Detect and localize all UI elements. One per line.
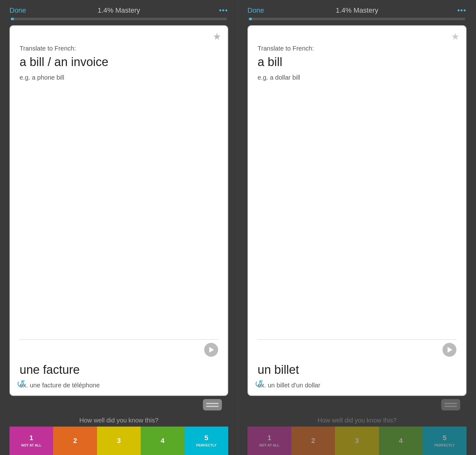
swipe-line-4 <box>444 406 457 407</box>
divider-1 <box>20 339 218 340</box>
translate-label-2: Translate to French: <box>258 45 456 52</box>
rating-2-number-2: 2 <box>311 437 315 445</box>
main-word-2: a bill <box>258 55 456 69</box>
rating-3-number-1: 3 <box>117 437 121 445</box>
rating-bar-2: 1 NOT AT ALL 2 3 4 5 PERFECTLY <box>247 427 467 455</box>
how-well-text-1: How well did you know this? <box>79 414 158 427</box>
progress-bar-bg-2 <box>249 18 465 20</box>
example-french-2: ex. un billet d'un dollar <box>258 382 456 389</box>
play-button-1[interactable] <box>204 343 218 357</box>
how-well-text-2: How well did you know this? <box>317 414 396 427</box>
swipe-line-1 <box>206 403 219 404</box>
mastery-title-2: 1.4% Mastery <box>270 6 444 15</box>
rating-5-button-2[interactable]: 5 PERFECTLY <box>423 427 467 455</box>
done-button-2[interactable]: Done <box>247 6 270 15</box>
rating-4-number-2: 4 <box>399 437 403 445</box>
screens-container: Done 1.4% Mastery ••• ★ Translate to Fre… <box>0 0 476 455</box>
rating-5-label-2: PERFECTLY <box>434 443 455 447</box>
progress-bar-fill-1 <box>11 18 14 20</box>
play-icon-1 <box>209 347 214 353</box>
bottom-area-2: How well did you know this? 1 NOT AT ALL… <box>247 399 467 455</box>
example-english-2: e.g. a dollar bill <box>258 74 456 81</box>
swipe-handle-1[interactable] <box>203 399 222 410</box>
rating-3-button-1[interactable]: 3 <box>97 427 141 455</box>
french-word-2: un billet <box>258 363 456 377</box>
rating-1-number-2: 1 <box>267 434 271 442</box>
rating-1-button-1[interactable]: 1 NOT AT ALL <box>9 427 53 455</box>
star-icon-2[interactable]: ★ <box>451 31 460 42</box>
more-button-2[interactable]: ••• <box>444 6 467 15</box>
rating-4-button-2[interactable]: 4 <box>379 427 423 455</box>
rating-4-button-1[interactable]: 4 <box>141 427 184 455</box>
progress-bar-2 <box>247 18 467 20</box>
swipe-line-2 <box>206 406 219 407</box>
rating-4-number-1: 4 <box>161 437 164 445</box>
progress-bar-1 <box>9 18 228 20</box>
rating-1-label-2: NOT AT ALL <box>259 443 279 447</box>
french-word-1: une facture <box>20 363 218 377</box>
mastery-title-1: 1.4% Mastery <box>32 6 206 15</box>
rating-bar-1: 1 NOT AT ALL 2 3 4 5 PERFECTLY <box>9 427 228 455</box>
rating-2-button-2[interactable]: 2 <box>291 427 335 455</box>
rating-1-number-1: 1 <box>29 434 33 442</box>
rating-5-number-2: 5 <box>443 434 447 442</box>
swipe-line-3 <box>444 403 457 404</box>
progress-bar-bg-1 <box>11 18 227 20</box>
example-english-1: e.g. a phone bill <box>20 74 218 81</box>
replay-button-1[interactable]: ↺ <box>16 378 25 390</box>
rating-1-button-2[interactable]: 1 NOT AT ALL <box>247 427 291 455</box>
header-2: Done 1.4% Mastery ••• <box>247 6 467 15</box>
bottom-area-1: How well did you know this? 1 NOT AT ALL… <box>9 399 228 455</box>
replay-button-2[interactable]: ↺ <box>254 378 263 390</box>
divider-2 <box>258 339 456 340</box>
progress-bar-fill-2 <box>249 18 252 20</box>
done-button-1[interactable]: Done <box>9 6 32 15</box>
rating-5-number-1: 5 <box>204 434 208 442</box>
swipe-handle-2[interactable] <box>441 399 460 410</box>
rating-5-label-1: PERFECTLY <box>196 443 217 447</box>
more-button-1[interactable]: ••• <box>206 6 228 15</box>
main-word-1: a bill / an invoice <box>20 55 218 69</box>
header-1: Done 1.4% Mastery ••• <box>9 6 228 15</box>
rating-3-number-2: 3 <box>355 437 359 445</box>
flashcard-2: ★ Translate to French: a bill e.g. a dol… <box>247 25 467 396</box>
screen-2: Done 1.4% Mastery ••• ★ Translate to Fre… <box>238 0 476 455</box>
rating-5-button-1[interactable]: 5 PERFECTLY <box>185 427 228 455</box>
rating-1-label-1: NOT AT ALL <box>21 443 41 447</box>
play-icon-2 <box>448 347 452 353</box>
example-french-1: ex. une facture de téléphone <box>20 382 218 389</box>
play-button-2[interactable] <box>442 343 456 357</box>
flashcard-1: ★ Translate to French: a bill / an invoi… <box>9 25 228 396</box>
star-icon-1[interactable]: ★ <box>213 31 221 42</box>
rating-2-number-1: 2 <box>73 437 77 445</box>
screen-1: Done 1.4% Mastery ••• ★ Translate to Fre… <box>0 0 238 455</box>
rating-2-button-1[interactable]: 2 <box>53 427 97 455</box>
rating-3-button-2[interactable]: 3 <box>335 427 379 455</box>
translate-label-1: Translate to French: <box>20 45 218 52</box>
